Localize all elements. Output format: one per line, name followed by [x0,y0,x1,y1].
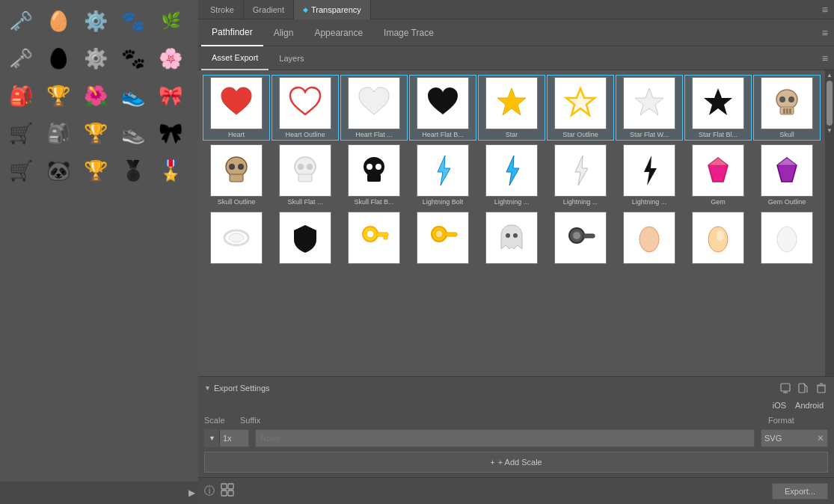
asset-item[interactable]: Gem [684,142,752,208]
export-to-device-icon[interactable] [779,381,792,395]
asset-item[interactable] [547,209,614,268]
android-tab[interactable]: Android [791,399,828,411]
scrollbar-down-button[interactable]: ▼ [826,127,833,135]
svg-marker-26 [644,156,657,185]
left-panel: 🗝️ 🥚 ⚙️ 🐾 🌿 🗝️ 🥚 ⚙️ 🐾 🌸 🎒 🏆 🌺 👟 🎀 🛒 🎒 🏆 … [0,0,198,504]
top-tab-menu-icon[interactable]: ≡ [816,4,834,16]
tab-asset-export[interactable]: Asset Export [201,46,269,70]
asset-thumb [279,212,331,264]
export-settings-panel: ▼ Export Settings [198,376,834,477]
lp-icon: 🎖️ [153,153,188,188]
asset-name: Skull [779,131,794,138]
format-close-button[interactable]: ✕ [814,433,827,443]
asset-item[interactable]: Skull Flat B... [340,142,408,208]
scale-label: Scale [204,416,234,425]
svg-point-40 [506,233,510,238]
expand-arrow-icon[interactable]: ▶ [188,488,195,498]
export-to-file-icon[interactable] [797,381,810,395]
svg-rect-10 [789,108,791,114]
asset-thumb [417,212,469,264]
asset-grid-scroll[interactable]: Heart Heart Outline Heart Flat ... [198,70,825,376]
svg-marker-1 [566,88,595,115]
tab-stroke-label: Stroke [210,5,234,14]
svg-point-18 [307,164,313,170]
third-tab-menu-icon[interactable]: ≡ [816,52,834,64]
asset-item[interactable] [340,209,408,268]
tab-pathfinder[interactable]: Pathfinder [201,19,263,46]
tab-align-label: Align [274,28,294,38]
svg-point-13 [229,164,235,170]
svg-marker-23 [438,156,450,185]
ios-tab[interactable]: iOS [768,399,791,411]
asset-item[interactable] [203,209,270,268]
tab-asset-export-label: Asset Export [212,53,258,62]
svg-marker-28 [708,158,728,165]
asset-item[interactable] [478,209,545,268]
tab-align[interactable]: Align [263,19,304,46]
asset-item[interactable]: Lightning Bolt [409,142,476,208]
asset-item[interactable]: Star Flat Bl... [684,75,752,141]
top-tab-bar: Stroke Gradient ◆ Transparency ≡ [198,0,834,19]
svg-point-32 [229,233,244,242]
format-select[interactable]: SVG PNG PDF JPEG [761,434,814,443]
tab-stroke[interactable]: Stroke [201,0,244,19]
svg-rect-8 [783,108,785,114]
tab-image-trace[interactable]: Image Trace [373,19,444,46]
asset-item[interactable] [753,209,821,268]
svg-point-17 [298,164,304,170]
asset-item[interactable]: Gem Outline [753,142,821,208]
asset-thumb [348,77,400,129]
asset-item[interactable]: Skull [753,75,821,141]
svg-rect-53 [818,386,825,393]
tab-gradient[interactable]: Gradient [244,0,294,19]
asset-item[interactable] [616,209,683,268]
export-button[interactable]: Export... [772,483,828,500]
third-tab-bar: Asset Export Layers ≡ [198,46,834,70]
asset-item[interactable]: Heart Flat B... [409,75,476,141]
svg-rect-12 [230,174,243,182]
asset-item[interactable] [272,209,339,268]
tab-transparency[interactable]: ◆ Transparency [294,0,371,19]
lp-icon: 🎒 [40,115,76,151]
second-tab-menu-icon[interactable]: ≡ [816,27,834,39]
asset-item[interactable]: Heart Flat ... [340,75,408,141]
svg-rect-9 [786,108,788,114]
info-icon[interactable]: ⓘ [204,485,215,498]
scale-dropdown-button[interactable]: ▼ [205,430,220,446]
asset-item[interactable]: Lightning ... [478,142,545,208]
scrollbar-up-button[interactable]: ▲ [826,72,833,79]
asset-thumb [210,212,263,264]
add-scale-button[interactable]: + + Add Scale [204,452,828,473]
asset-item[interactable] [684,209,752,268]
asset-item[interactable]: Star Outline [547,75,614,141]
asset-item[interactable]: Lightning ... [616,142,683,208]
tab-appearance[interactable]: Appearance [304,19,373,46]
asset-item[interactable]: Skull Outline [203,142,270,208]
asset-item[interactable]: Heart Outline [272,75,339,141]
asset-item[interactable]: Star [478,75,545,141]
scrollbar-thumb[interactable] [827,81,833,126]
asset-item[interactable]: Lightning ... [547,142,614,208]
asset-item[interactable]: Skull Flat ... [272,142,339,208]
export-panel-view-icon[interactable] [215,483,234,500]
suffix-input[interactable] [255,429,755,447]
asset-name: Heart [228,131,245,138]
lp-icon: 👟 [115,78,151,114]
asset-thumb [761,77,813,129]
asset-thumb [485,144,538,197]
asset-thumb [417,144,469,197]
collapse-triangle-icon[interactable]: ▼ [204,384,211,392]
second-tab-bar: Pathfinder Align Appearance Image Trace … [198,19,834,46]
lp-icon: 🏆 [40,78,76,114]
scrollbar[interactable]: ▲ ▼ [825,70,834,376]
lp-icon: 🏆 [78,115,114,151]
svg-marker-24 [506,156,519,185]
tab-layers[interactable]: Layers [269,46,314,70]
asset-item[interactable]: Heart [203,75,270,141]
delete-export-icon[interactable] [815,381,828,395]
asset-item[interactable]: Star Flat W... [616,75,683,141]
asset-item[interactable] [409,209,476,268]
svg-point-43 [573,232,580,239]
lp-icon: ⚙️ [78,40,114,76]
svg-rect-39 [445,233,457,236]
